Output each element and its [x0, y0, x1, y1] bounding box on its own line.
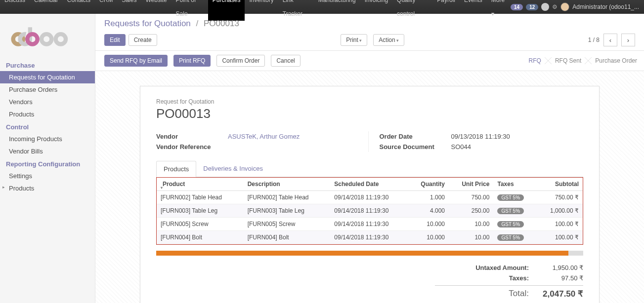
sidebar-item[interactable]: Incoming Products: [0, 133, 95, 145]
cell-date: 09/14/2018 11:19:30: [330, 204, 408, 218]
vendor-value[interactable]: ASUSTeK, Arthur Gomez: [228, 133, 300, 140]
separator-bar: [156, 251, 583, 256]
status-po[interactable]: Purchase Order: [588, 53, 644, 68]
tab-products[interactable]: Products: [156, 161, 196, 177]
cell-price: 10.00: [449, 231, 493, 244]
cell-subtotal: 750.00 ₹: [537, 191, 583, 204]
main: Requests for Quotation / PO00013 Edit Cr…: [95, 14, 644, 303]
main-header: Requests for Quotation / PO00013 Edit Cr…: [95, 14, 644, 51]
table-row[interactable]: [FURN005] Screw[FURN005] Screw09/14/2018…: [157, 218, 583, 231]
vendor-ref-label: Vendor Reference: [156, 143, 228, 151]
tax-badge: GST 5%: [497, 208, 524, 214]
cell-date: 09/14/2018 11:19:30: [330, 231, 408, 244]
cell-desc: [FURN003] Table Leg: [244, 204, 331, 218]
cell-price: 10.00: [449, 218, 493, 231]
tax-badge: GST 5%: [497, 221, 524, 227]
activity-badge[interactable]: 12: [526, 4, 538, 10]
form-sheet: Request for Quotation PO00013 Vendor ASU…: [140, 86, 600, 303]
vendor-label: Vendor: [156, 133, 228, 140]
breadcrumb-link[interactable]: Requests for Quotation: [104, 19, 191, 28]
tab-deliveries[interactable]: Deliveries & Invoices: [196, 161, 270, 177]
cell-product: [FURN005] Screw: [157, 218, 244, 231]
cell-product: [FURN003] Table Leg: [157, 204, 244, 218]
cell-price: 750.00: [449, 191, 493, 204]
cell-qty: 1.000: [409, 191, 449, 204]
cell-subtotal: 100.00 ₹: [537, 218, 583, 231]
print-dropdown[interactable]: Print: [341, 34, 367, 46]
print-rfq-button[interactable]: Print RFQ: [173, 55, 211, 67]
sidebar-section-title: Reporting Configuration: [0, 157, 95, 170]
cell-qty: 10.000: [409, 218, 449, 231]
sidebar-section-title: Purchase: [0, 59, 95, 71]
source-doc-label: Source Document: [380, 143, 451, 151]
pager-text: 1 / 8: [588, 37, 600, 43]
status-bar: RFQ RFQ Sent Purchase Order: [522, 53, 644, 68]
svg-point-1: [42, 34, 51, 44]
total-value: 2,047.50 ₹: [529, 289, 583, 299]
cell-subtotal: 100.00 ₹: [537, 231, 583, 244]
sidebar-item[interactable]: Requests for Quotation: [0, 71, 95, 83]
sidebar: PurchaseRequests for QuotationPurchase O…: [0, 14, 95, 303]
sidebar-item[interactable]: Purchase Orders: [0, 83, 95, 96]
send-rfq-button[interactable]: Send RFQ by Email: [104, 55, 168, 67]
cell-tax: GST 5%: [493, 231, 536, 244]
message-badge[interactable]: 14: [511, 4, 523, 10]
th-description[interactable]: Description: [244, 178, 331, 191]
cell-date: 09/14/2018 11:19:30: [330, 218, 408, 231]
cell-product: [FURN004] Bolt: [157, 231, 244, 244]
edit-button[interactable]: Edit: [104, 34, 126, 46]
totals: Untaxed Amount: 1,950.00 ₹ Taxes: 97.50 …: [435, 263, 583, 303]
tabs: Products Deliveries & Invoices: [156, 161, 583, 177]
confirm-order-button[interactable]: Confirm Order: [216, 55, 265, 67]
sidebar-item[interactable]: Vendor Bills: [0, 145, 95, 157]
status-rfq-sent[interactable]: RFQ Sent: [548, 53, 588, 68]
tax-badge: GST 5%: [497, 194, 524, 201]
th-unit-price[interactable]: Unit Price: [449, 178, 493, 191]
breadcrumb-sep: /: [196, 19, 199, 28]
sidebar-section-title: Control: [0, 120, 95, 133]
table-row[interactable]: [FURN003] Table Leg[FURN003] Table Leg09…: [157, 204, 583, 218]
sheet-subtitle: Request for Quotation: [156, 98, 583, 105]
taxes-value: 97.50 ₹: [529, 274, 583, 282]
logo[interactable]: [0, 14, 95, 59]
order-date-value: 09/13/2018 11:19:30: [451, 133, 510, 140]
th-quantity[interactable]: Quantity: [409, 178, 449, 191]
tax-badge: GST 5%: [497, 234, 524, 241]
cell-desc: [FURN005] Screw: [244, 218, 331, 231]
pager-next[interactable]: ›: [621, 34, 635, 46]
topnav-right: 14 12 ⚙ Administrator (odoo11_...: [511, 2, 644, 11]
sidebar-item[interactable]: Vendors: [0, 96, 95, 108]
breadcrumb-current: PO00013: [204, 19, 239, 28]
th-subtotal[interactable]: Subtotal: [537, 178, 583, 191]
cancel-button[interactable]: Cancel: [271, 55, 300, 67]
sidebar-item[interactable]: Products: [0, 108, 95, 120]
total-label: Total:: [435, 289, 529, 299]
sheet-title: PO00013: [156, 106, 583, 121]
cell-subtotal: 1,000.00 ₹: [537, 204, 583, 218]
taxes-label: Taxes:: [435, 274, 529, 282]
status-rfq[interactable]: RFQ: [522, 53, 548, 68]
th-scheduled[interactable]: Scheduled Date: [330, 178, 408, 191]
pager-prev[interactable]: ‹: [603, 34, 617, 46]
avatar: [560, 2, 569, 11]
cell-tax: GST 5%: [493, 218, 536, 231]
sidebar-item[interactable]: Products: [0, 182, 95, 194]
breadcrumb: Requests for Quotation / PO00013: [104, 19, 635, 29]
table-row[interactable]: [FURN002] Table Head[FURN002] Table Head…: [157, 191, 583, 204]
top-navbar: DiscussCalendarContactsCRMSalesWebsitePo…: [0, 0, 644, 14]
th-taxes[interactable]: Taxes: [493, 178, 536, 191]
sidebar-item[interactable]: Settings: [0, 170, 95, 182]
create-button[interactable]: Create: [129, 34, 157, 46]
cell-tax: GST 5%: [493, 204, 536, 218]
action-bar: Send RFQ by Email Print RFQ Confirm Orde…: [95, 51, 644, 71]
settings-icon[interactable]: ⚙: [552, 3, 558, 10]
th-product[interactable]: ▾Product: [157, 178, 244, 191]
user-name: Administrator (odoo11_...: [572, 3, 639, 10]
user-menu[interactable]: Administrator (odoo11_...: [560, 2, 639, 11]
action-dropdown[interactable]: Action: [373, 34, 404, 46]
cell-date: 09/14/2018 11:19:30: [330, 191, 408, 204]
cell-tax: GST 5%: [493, 191, 536, 204]
skype-icon[interactable]: [541, 3, 549, 11]
table-row[interactable]: [FURN004] Bolt[FURN004] Bolt09/14/2018 1…: [157, 231, 583, 244]
order-date-label: Order Date: [380, 133, 451, 140]
